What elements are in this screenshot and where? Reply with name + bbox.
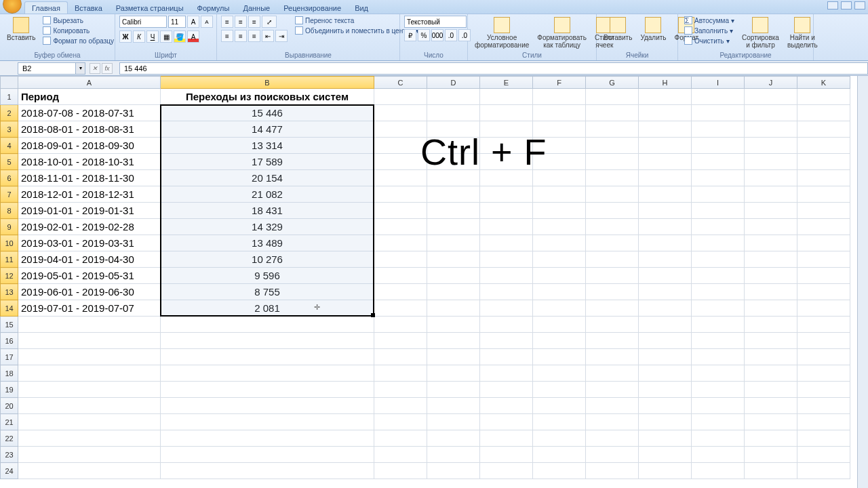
row-header-9[interactable]: 9 [1,219,18,235]
cell-D4[interactable]: Ctrl + F [427,138,480,154]
cell-D21[interactable] [427,414,480,430]
cell-K3[interactable] [797,121,850,138]
cell-B3[interactable]: 14 477 [161,121,374,138]
align-middle-button[interactable]: ≡ [235,16,247,28]
cell-J21[interactable] [745,414,797,430]
cell-J17[interactable] [745,349,797,365]
cell-H20[interactable] [639,398,692,414]
cell-E8[interactable] [480,203,533,219]
cell-H5[interactable] [639,154,692,170]
cell-J24[interactable] [745,463,797,479]
percent-button[interactable]: % [418,29,430,41]
cell-H23[interactable] [639,447,692,463]
cell-D8[interactable] [427,203,480,219]
cell-G12[interactable] [586,268,639,284]
cell-F8[interactable] [533,203,586,219]
cell-A16[interactable] [18,333,161,349]
cell-G16[interactable] [586,333,639,349]
cell-E21[interactable] [480,414,533,430]
close-icon[interactable] [854,1,865,9]
cell-C2[interactable] [374,105,427,121]
cell-I5[interactable] [692,154,745,170]
align-bottom-button[interactable]: ≡ [248,16,260,28]
cell-K24[interactable] [797,463,850,479]
cell-K1[interactable] [797,89,850,105]
cell-B12[interactable]: 9 596 [161,268,374,284]
cell-H13[interactable] [639,284,692,300]
cell-D15[interactable] [427,317,480,333]
cell-B22[interactable] [161,430,374,447]
cell-D18[interactable] [427,365,480,382]
cell-H17[interactable] [639,349,692,365]
cell-F19[interactable] [533,382,586,398]
cell-H16[interactable] [639,333,692,349]
cell-K20[interactable] [797,398,850,414]
col-header-C[interactable]: C [374,77,427,89]
cell-G13[interactable] [586,284,639,300]
row-header-19[interactable]: 19 [1,382,18,398]
cell-C15[interactable] [374,317,427,333]
row-header-11[interactable]: 11 [1,251,18,268]
cell-B13[interactable]: 8 755 [161,284,374,300]
cell-J9[interactable] [745,219,797,235]
cell-J2[interactable] [745,105,797,121]
indent-inc-button[interactable]: ⇥ [275,30,288,42]
tab-data[interactable]: Данные [236,2,277,14]
number-format-combo[interactable]: Текстовый [404,16,467,28]
cell-C14[interactable] [374,300,427,317]
cell-I20[interactable] [692,398,745,414]
cell-A19[interactable] [18,382,161,398]
cell-F11[interactable] [533,251,586,268]
cell-B15[interactable] [161,317,374,333]
cell-A18[interactable] [18,365,161,382]
cell-F22[interactable] [533,430,586,447]
orientation-button[interactable]: ⤢ [262,16,277,28]
cell-I23[interactable] [692,447,745,463]
cell-D24[interactable] [427,463,480,479]
cell-C9[interactable] [374,219,427,235]
cell-J5[interactable] [745,154,797,170]
cell-B7[interactable]: 21 082 [161,186,374,203]
cell-J23[interactable] [745,447,797,463]
row-header-2[interactable]: 2 [1,105,18,121]
cell-H12[interactable] [639,268,692,284]
cell-G19[interactable] [586,382,639,398]
grow-font-button[interactable]: A [187,16,199,28]
cell-A2[interactable]: 2018-07-08 - 2018-07-31 [18,105,161,121]
cell-F21[interactable] [533,414,586,430]
italic-button[interactable]: К [133,30,145,43]
cell-A17[interactable] [18,349,161,365]
cell-C17[interactable] [374,349,427,365]
cell-F18[interactable] [533,365,586,382]
cell-G21[interactable] [586,414,639,430]
cell-B11[interactable]: 10 276 [161,251,374,268]
cell-I16[interactable] [692,333,745,349]
find-select-button[interactable]: Найти и выделить [785,16,821,50]
cell-I13[interactable] [692,284,745,300]
font-size-combo[interactable]: 11 [168,16,186,28]
cell-J1[interactable] [745,89,797,105]
cell-G17[interactable] [586,349,639,365]
fill-color-button[interactable]: 🪣 [174,30,186,43]
cell-A24[interactable] [18,463,161,479]
cell-F2[interactable] [533,105,586,121]
font-family-combo[interactable]: Calibri [119,16,167,28]
formula-input[interactable]: 15 446 [119,62,868,75]
row-header-8[interactable]: 8 [1,203,18,219]
cell-H11[interactable] [639,251,692,268]
row-header-18[interactable]: 18 [1,365,18,382]
cell-E14[interactable] [480,300,533,317]
cell-D20[interactable] [427,398,480,414]
cell-K2[interactable] [797,105,850,121]
cell-F17[interactable] [533,349,586,365]
cell-I15[interactable] [692,317,745,333]
cell-A20[interactable] [18,398,161,414]
fill-button[interactable]: Заполнить ▾ [682,26,736,35]
cell-G3[interactable] [586,121,639,138]
col-header-K[interactable]: K [797,77,850,89]
cell-K17[interactable] [797,349,850,365]
cell-D17[interactable] [427,349,480,365]
cell-K13[interactable] [797,284,850,300]
cell-H24[interactable] [639,463,692,479]
row-header-16[interactable]: 16 [1,333,18,349]
